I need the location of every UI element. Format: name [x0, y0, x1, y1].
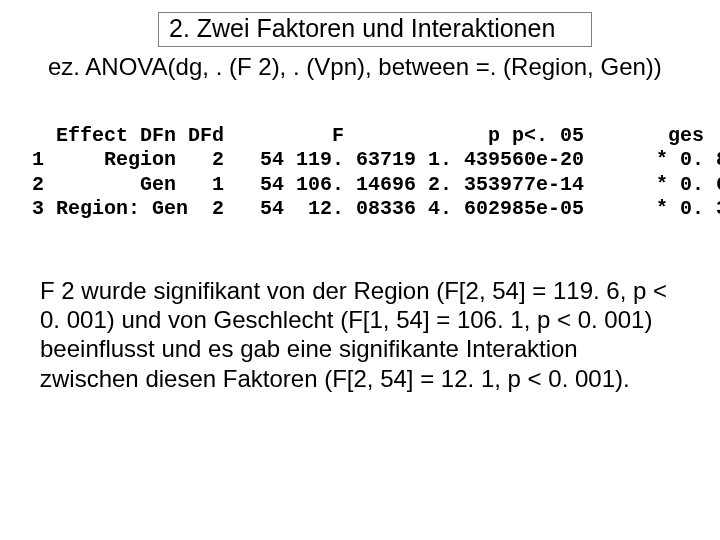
- table-row: 3 Region: Gen 2 54 12. 08336 4. 602985e-…: [32, 197, 720, 220]
- section-title: 2. Zwei Faktoren und Interaktionen: [158, 12, 592, 47]
- code-line: ez. ANOVA(dg, . (F 2), . (Vpn), between …: [48, 53, 682, 82]
- table-row: 2 Gen 1 54 106. 14696 2. 353977e-14 * 0.…: [32, 173, 720, 196]
- interpretation-paragraph: F 2 wurde signifikant von der Region (F[…: [40, 276, 678, 393]
- table-row: 1 Region 2 54 119. 63719 1. 439560e-20 *…: [32, 148, 720, 171]
- slide: 2. Zwei Faktoren und Interaktionen ez. A…: [0, 0, 720, 540]
- anova-output: Effect DFn DFd F p p<. 05 ges 1 Region 2…: [32, 100, 682, 246]
- table-header: Effect DFn DFd F p p<. 05 ges: [32, 124, 704, 147]
